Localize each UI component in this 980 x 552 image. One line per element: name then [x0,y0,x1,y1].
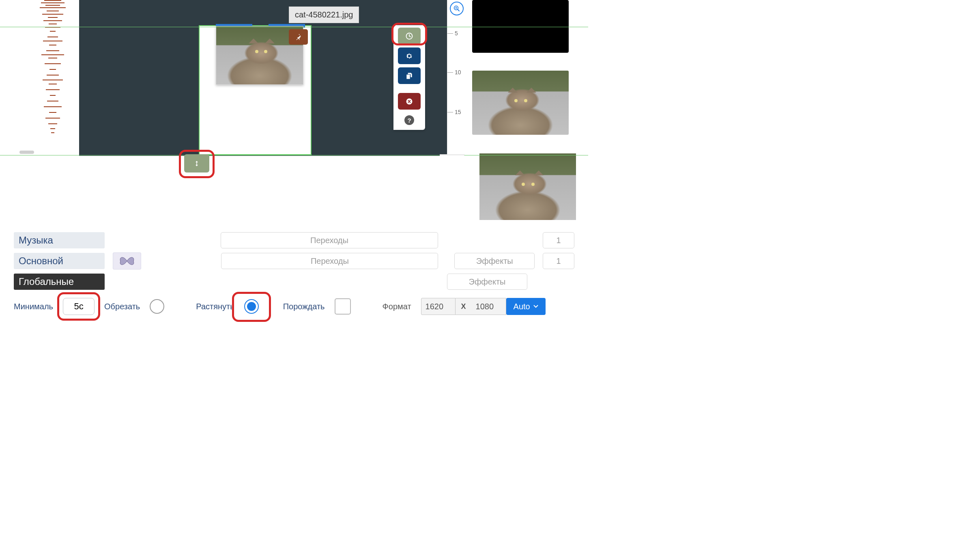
audio-waveform[interactable]: // populated later visually by static ba… [32,0,73,138]
ruler-tick-10: 10 [455,69,461,75]
controls-panel: Музыка Переходы 1 Основной Переходы Эффе… [0,225,588,323]
zoom-in-button[interactable] [450,2,464,15]
minimal-duration-input[interactable] [63,298,95,315]
format-label: Формат [383,302,411,311]
horizontal-scroll-thumb[interactable] [19,151,34,154]
tab-music[interactable]: Музыка [14,232,105,248]
guide-line-bottom [0,155,588,155]
current-timestamp: 20.833 [440,154,464,156]
stretch-label: Растянуть [196,302,234,311]
transitions-button-1[interactable]: Переходы [221,232,438,248]
time-ruler: 5 10 15 [447,0,466,156]
clip-delete-button[interactable] [398,93,421,110]
slide-thumbnail-2[interactable] [472,71,569,135]
transitions-button-2[interactable]: Переходы [221,253,438,269]
tab-main[interactable]: Основной [14,253,105,269]
minimal-label: Минималь [14,302,53,311]
close-circle-icon [405,97,413,106]
slides-panel [466,0,588,156]
slide-thumbnail-1[interactable] [472,0,569,53]
crop-label: Обрезать [104,302,140,311]
format-separator: X [456,298,472,315]
guide-line-top [0,27,588,27]
crop-radio[interactable] [150,299,164,314]
clip-help-button[interactable]: ? [404,115,414,125]
tab-global[interactable]: Глобальные [14,274,105,290]
spawn-label: Порождать [283,302,325,311]
spawn-checkbox[interactable] [335,298,351,315]
audio-waveform-column: // populated later visually by static ba… [0,0,79,156]
effects-button-2[interactable]: Эффекты [447,274,527,290]
clip-filename-tooltip: cat-4580221.jpg [289,6,359,23]
ruler-tick-15: 15 [455,109,461,115]
selected-clip[interactable] [199,25,312,155]
ruler-tick-5: 5 [455,30,458,37]
clip-duration-button[interactable] [398,28,421,44]
format-auto-button[interactable]: Auto [506,298,546,315]
pin-button[interactable] [289,29,308,45]
pin-icon [295,33,302,41]
layer-thumbnail[interactable] [113,252,141,270]
chevron-down-icon [533,305,538,308]
auto-label: Auto [514,302,530,311]
clip-duplicate-button[interactable] [398,67,421,84]
format-height-input[interactable] [472,298,506,315]
clock-icon [405,32,413,40]
clip-settings-button[interactable] [398,47,421,64]
zoom-in-icon [453,5,460,12]
effects-button-1[interactable]: Эффекты [454,253,535,269]
butterfly-icon [118,255,136,267]
copy-icon [405,72,413,80]
slide-thumbnail-3[interactable] [479,153,576,220]
format-width-input[interactable] [421,298,456,315]
gear-icon [405,52,413,60]
editor-canvas: // populated later visually by static ba… [0,0,588,156]
count-box-1[interactable]: 1 [543,232,574,248]
clip-resize-handle[interactable] [184,154,209,172]
clip-toolbar: ? [393,25,425,130]
resize-vertical-icon [193,159,200,168]
stretch-radio[interactable] [244,299,259,314]
count-box-2[interactable]: 1 [543,253,574,269]
timeline-canvas[interactable]: cat-4580221.jpg [79,0,447,156]
